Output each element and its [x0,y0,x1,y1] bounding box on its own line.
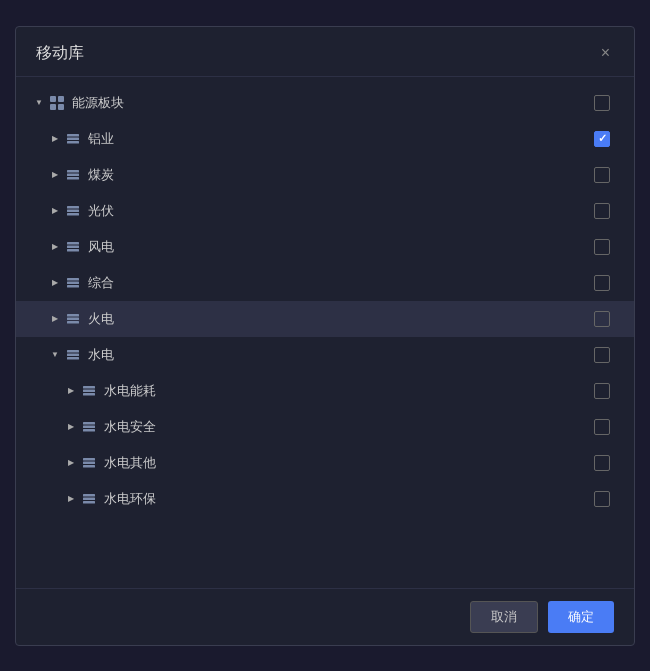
item-label: 铝业 [88,130,594,148]
svg-rect-22 [67,350,79,353]
svg-rect-6 [67,141,79,144]
svg-rect-31 [83,458,95,461]
svg-rect-32 [83,461,95,464]
tree-item-hydro-env[interactable]: 水电环保 [16,481,634,517]
item-checkbox[interactable] [594,239,610,255]
svg-rect-4 [67,134,79,137]
item-label: 水电 [88,346,594,364]
tree-item-energy-sector[interactable]: 能源板块 [16,85,634,121]
tree-item-hydro-energy[interactable]: 水电能耗 [16,373,634,409]
arrow-icon [48,204,62,218]
tree-item-hydro-safety[interactable]: 水电安全 [16,409,634,445]
arrow-icon [48,276,62,290]
item-checkbox[interactable] [594,347,610,363]
svg-rect-17 [67,281,79,284]
dialog-footer: 取消 确定 [16,588,634,645]
item-label: 能源板块 [72,94,594,112]
item-label: 风电 [88,238,594,256]
item-checkbox[interactable] [594,95,610,111]
arrow-icon [48,240,62,254]
svg-rect-26 [83,389,95,392]
arrow-icon [64,492,78,506]
svg-rect-16 [67,278,79,281]
svg-rect-20 [67,317,79,320]
item-checkbox[interactable] [594,311,610,327]
svg-rect-23 [67,353,79,356]
item-checkbox[interactable] [594,275,610,291]
close-button[interactable]: × [597,43,614,63]
svg-rect-3 [58,104,64,110]
tree-item-composite[interactable]: 综合 [16,265,634,301]
layer-icon [64,274,82,292]
dialog-title: 移动库 [36,43,84,64]
item-label: 光伏 [88,202,594,220]
arrow-icon [64,420,78,434]
tree-item-wind[interactable]: 风电 [16,229,634,265]
tree-item-solar[interactable]: 光伏 [16,193,634,229]
svg-rect-7 [67,170,79,173]
item-label: 综合 [88,274,594,292]
item-label: 水电环保 [104,490,594,508]
layer-icon [64,130,82,148]
arrow-icon [48,132,62,146]
item-checkbox[interactable] [594,383,610,399]
item-checkbox[interactable] [594,167,610,183]
svg-rect-2 [50,104,56,110]
tree-item-aluminum[interactable]: 铝业 [16,121,634,157]
tree-item-hydro-other[interactable]: 水电其他 [16,445,634,481]
svg-rect-8 [67,173,79,176]
move-library-dialog: 移动库 × 能源板块 铝业 煤炭 光伏 风电 综 [15,26,635,646]
item-checkbox[interactable] [594,455,610,471]
svg-rect-27 [83,393,95,396]
tree-container: 能源板块 铝业 煤炭 光伏 风电 综合 火电 水电 [16,77,634,588]
grid-icon [48,94,66,112]
arrow-icon [48,312,62,326]
item-label: 煤炭 [88,166,594,184]
layer-icon [80,382,98,400]
arrow-icon [48,348,62,362]
svg-rect-19 [67,314,79,317]
layer-icon [80,490,98,508]
item-checkbox[interactable] [594,131,610,147]
layer-icon [64,238,82,256]
arrow-icon [48,168,62,182]
svg-rect-36 [83,501,95,504]
svg-rect-12 [67,213,79,216]
item-checkbox[interactable] [594,491,610,507]
svg-rect-18 [67,285,79,288]
arrow-icon [64,456,78,470]
layer-icon [80,418,98,436]
cancel-button[interactable]: 取消 [470,601,538,633]
svg-rect-1 [58,96,64,102]
svg-rect-28 [83,422,95,425]
layer-icon [64,166,82,184]
item-label: 水电其他 [104,454,594,472]
svg-rect-21 [67,321,79,324]
tree-item-coal[interactable]: 煤炭 [16,157,634,193]
item-label: 水电安全 [104,418,594,436]
svg-rect-11 [67,209,79,212]
layer-icon [64,346,82,364]
svg-rect-0 [50,96,56,102]
layer-icon [80,454,98,472]
arrow-icon [32,96,46,110]
svg-rect-10 [67,206,79,209]
svg-rect-24 [67,357,79,360]
layer-icon [64,310,82,328]
item-label: 水电能耗 [104,382,594,400]
item-checkbox[interactable] [594,203,610,219]
dialog-header: 移动库 × [16,27,634,77]
svg-rect-33 [83,465,95,468]
confirm-button[interactable]: 确定 [548,601,614,633]
arrow-icon [64,384,78,398]
svg-rect-34 [83,494,95,497]
item-label: 火电 [88,310,594,328]
svg-rect-35 [83,497,95,500]
tree-item-hydro[interactable]: 水电 [16,337,634,373]
svg-rect-13 [67,242,79,245]
layer-icon [64,202,82,220]
svg-rect-14 [67,245,79,248]
tree-item-thermal[interactable]: 火电 [16,301,634,337]
svg-rect-25 [83,386,95,389]
item-checkbox[interactable] [594,419,610,435]
